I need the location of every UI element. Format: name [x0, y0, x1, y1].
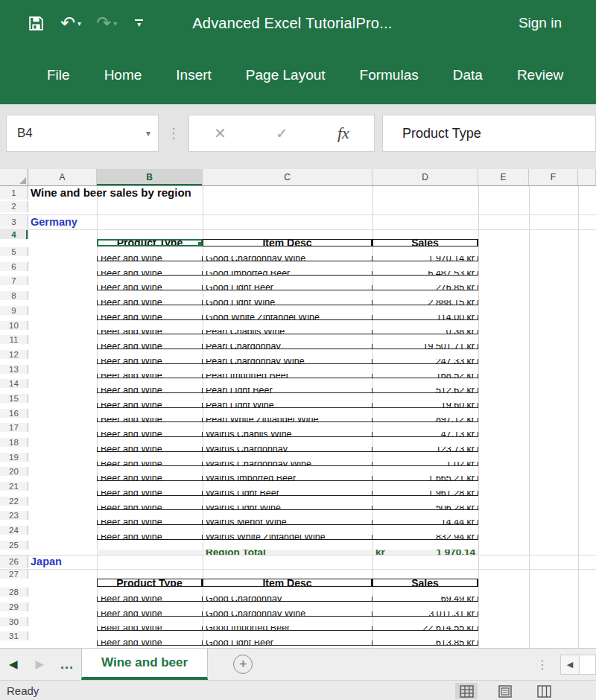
cell-col-a[interactable] [28, 350, 478, 359]
more-sheets-button[interactable]: ... [53, 649, 81, 680]
row-number[interactable]: 12 [0, 350, 28, 359]
cell-product-type[interactable]: Product Type [97, 239, 203, 246]
cell-sales[interactable] [372, 229, 478, 229]
redo-dropdown-icon[interactable]: ▾ [113, 19, 117, 28]
cell-item-desc[interactable]: Walrus Imported Beer [203, 476, 372, 481]
cell-col-a[interactable] [28, 497, 478, 506]
cell-item-desc[interactable]: Good Chardonnay Wine [203, 611, 372, 617]
row-number[interactable]: 5 [0, 247, 28, 256]
cell-sales[interactable]: 22 614,55 kr [372, 626, 478, 631]
cell-product-type[interactable]: Beer and Wine [97, 344, 203, 349]
cell-sales[interactable]: Sales [372, 579, 478, 587]
cell-sales[interactable]: 168,52 kr [372, 374, 478, 379]
cell-sales[interactable]: kr1 970,14 [372, 550, 478, 555]
cell-item-desc[interactable]: Pearl Imported Beer [203, 374, 372, 379]
cell-product-type[interactable]: Beer and Wine [97, 359, 203, 364]
horizontal-scrollbar[interactable]: ◀ [560, 649, 596, 680]
cell-sales[interactable] [372, 568, 478, 569]
enter-button[interactable]: ✓ [276, 124, 288, 142]
cell-sales[interactable]: 832,94 kr [372, 535, 478, 540]
next-sheet-button[interactable]: ▶ [27, 649, 54, 680]
cell-item-desc[interactable]: Good Chardonnay [203, 596, 372, 602]
formula-input[interactable]: Product Type [382, 115, 596, 152]
column-header[interactable]: B [97, 169, 203, 185]
prev-sheet-button[interactable]: ◀ [0, 649, 27, 680]
cell-product-type[interactable]: Beer and Wine [97, 447, 203, 452]
cell-col-a[interactable] [28, 409, 478, 418]
cell-product-type[interactable]: Beer and Wine [97, 520, 203, 525]
cell-col-a[interactable] [28, 335, 478, 344]
cell-col-a[interactable] [28, 602, 478, 611]
column-header[interactable]: A [28, 169, 97, 185]
row-number[interactable]: 4 [0, 230, 28, 239]
row-number[interactable]: 13 [0, 365, 28, 374]
customize-qat-button[interactable]: ▾ [135, 19, 143, 27]
page-layout-view-button[interactable] [494, 683, 516, 699]
cell-product-type[interactable]: Beer and Wine [97, 626, 203, 631]
cell-item-desc[interactable]: Pearl Light Beer [203, 388, 372, 393]
row-number[interactable]: 6 [0, 262, 28, 271]
cell-product-type[interactable]: Beer and Wine [97, 300, 203, 305]
select-all-corner[interactable] [0, 169, 28, 185]
cell-product-type[interactable]: Beer and Wine [97, 374, 203, 379]
cell-sales[interactable]: 69,49 kr [372, 596, 478, 602]
cell-col-a[interactable] [28, 291, 478, 300]
row-number[interactable]: 2 [0, 201, 28, 212]
cell-sales[interactable]: 123,73 kr [372, 447, 478, 452]
cell-product-type[interactable]: Beer and Wine [97, 611, 203, 617]
ribbon-tab[interactable]: Review [500, 67, 580, 83]
cell-col-a[interactable] [28, 306, 478, 315]
cell-item-desc[interactable]: Pearl White Zinfandel Wine [203, 418, 372, 423]
cell-product-type[interactable]: Beer and Wine [97, 315, 203, 320]
cell-product-type[interactable] [97, 550, 203, 555]
cell-product-type[interactable]: Beer and Wine [97, 285, 203, 290]
row-number[interactable]: 20 [0, 467, 28, 476]
cell-product-type[interactable]: Beer and Wine [97, 418, 203, 423]
cell-product-type[interactable]: Beer and Wine [97, 271, 203, 276]
cell-item-desc[interactable]: Item Desc [203, 579, 372, 587]
cell-item-desc[interactable]: Item Desc [203, 239, 372, 246]
cell-product-type[interactable]: Product Type [97, 579, 203, 587]
cell-item-desc[interactable]: Good Light Beer [203, 640, 372, 646]
cell-col-a[interactable] [28, 482, 478, 491]
cell-col-a[interactable] [28, 541, 478, 550]
cell-item-desc[interactable]: Pearl Light Wine [203, 403, 372, 408]
ribbon-tab[interactable]: File [30, 67, 87, 83]
column-header[interactable] [578, 169, 596, 185]
cell-col-a[interactable] [28, 617, 478, 626]
cell-col-a[interactable] [28, 631, 478, 640]
cell-item-desc[interactable]: Pearl Chardonnay [203, 344, 372, 349]
cell-col-a[interactable] [28, 438, 478, 447]
row-number[interactable]: 22 [0, 497, 28, 506]
row-number[interactable]: 7 [0, 276, 28, 285]
cancel-button[interactable]: ✕ [214, 124, 226, 142]
cell-sales[interactable]: 6 487,53 kr [372, 271, 478, 276]
cell-sales[interactable]: 19,60 kr [372, 403, 478, 408]
cell-product-type[interactable]: Beer and Wine [97, 640, 203, 646]
cell-sales[interactable]: 506,28 kr [372, 506, 478, 511]
cell-col-a[interactable] [28, 511, 478, 520]
cell-col-a[interactable] [28, 588, 478, 596]
cell-sales[interactable]: 512,62 kr [372, 388, 478, 393]
scrollbar-track[interactable] [580, 655, 596, 675]
cell-product-type[interactable] [97, 212, 203, 214]
row-number[interactable]: 31 [0, 631, 28, 640]
cell-item-desc[interactable]: Walrus Light Wine [203, 506, 372, 511]
column-header[interactable]: D [372, 169, 478, 185]
cell-col-a[interactable] [28, 365, 478, 374]
cell-sales[interactable]: 276,85 kr [372, 285, 478, 290]
cell-item-desc[interactable]: Good White Zinfandel Wine [203, 315, 372, 320]
cell-col-a[interactable] [28, 230, 478, 239]
cell-item-desc[interactable]: Walrus White Zinfandel Wine [203, 535, 372, 540]
cell-item-desc[interactable]: Walrus Merlot Wine [203, 520, 372, 525]
cell-item-desc[interactable]: Good Light Beer [203, 285, 372, 290]
cell-item-desc[interactable] [203, 212, 372, 214]
cell-sales[interactable]: 247,33 kr [372, 359, 478, 364]
row-number[interactable]: 27 [0, 570, 28, 579]
insert-function-button[interactable]: fx [337, 124, 349, 143]
ribbon-tab[interactable]: Formulas [343, 67, 436, 83]
cell-sales[interactable]: 47,13 kr [372, 432, 478, 437]
name-box[interactable]: B4 ▾ [6, 115, 159, 152]
row-number[interactable]: 24 [0, 526, 28, 535]
ribbon-tab[interactable]: Home [87, 67, 159, 83]
